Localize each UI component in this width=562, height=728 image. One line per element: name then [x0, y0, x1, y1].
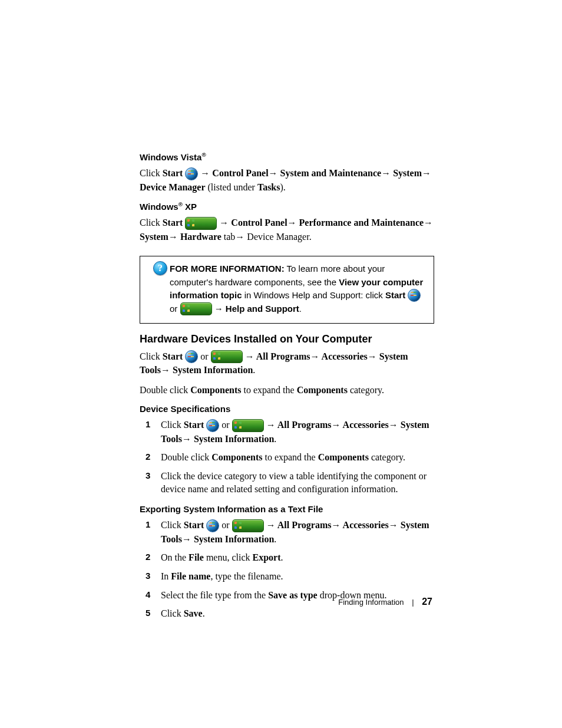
xp-instructions: Click Start → Control Panel→ Performance…: [140, 216, 434, 243]
start-orb-vista-icon: [206, 519, 219, 532]
text: category.: [348, 385, 384, 395]
text: .: [253, 365, 255, 375]
step-number: 1: [146, 419, 150, 430]
export-label: Export: [253, 552, 281, 562]
text: Click the device category to view a tabl…: [161, 471, 427, 494]
registered-mark: ®: [201, 151, 206, 158]
text: to expand the: [241, 385, 296, 395]
page-footer: Finding Information | 27: [0, 595, 432, 608]
text: (listed under: [206, 182, 257, 192]
text: tab→ Device Manager.: [222, 232, 312, 242]
text: ).: [280, 182, 286, 192]
heading-windows-xp: Windows® XP: [140, 200, 434, 213]
start-button-xp-icon: [232, 419, 264, 432]
heading-text: Windows Vista: [140, 152, 201, 162]
text: Click: [140, 351, 163, 361]
start-orb-vista-icon: [185, 350, 198, 363]
hardware-double-click: Double click Components to expand the Co…: [140, 384, 434, 397]
question-mark-icon: ?: [153, 261, 167, 275]
text: .: [281, 552, 283, 562]
footer-separator: |: [412, 598, 414, 607]
text: category.: [369, 452, 405, 462]
start-orb-vista-icon: [185, 167, 198, 180]
list-item: 3 Click the device category to view a ta…: [140, 470, 434, 495]
step-number: 3: [146, 470, 150, 482]
save-label: Save: [184, 608, 203, 618]
step-number: 3: [146, 570, 150, 582]
start-button-xp-icon: [180, 302, 212, 315]
tasks-label: Tasks: [257, 182, 280, 192]
start-label: Start: [184, 520, 204, 530]
text: Click: [161, 608, 184, 618]
heading-exporting: Exporting System Information as a Text F…: [140, 503, 434, 515]
components-label: Components: [190, 385, 241, 395]
help-support-label: Help and Support: [226, 304, 299, 314]
text: Click: [161, 520, 184, 530]
text: or: [219, 420, 232, 430]
text: .: [274, 534, 276, 544]
start-button-xp-icon: [232, 519, 264, 532]
step-number: 2: [146, 451, 150, 463]
text: .: [274, 434, 276, 444]
list-item: 1 Click Start or → All Programs→ Accesso…: [140, 519, 434, 545]
start-label: Start: [184, 420, 204, 430]
text: Double click: [161, 452, 211, 462]
list-item: 2 Double click Components to expand the …: [140, 451, 434, 464]
components-label: Components: [297, 385, 348, 395]
list-item: 5 Click Save.: [140, 607, 434, 620]
start-label: Start: [385, 290, 405, 300]
info-label: FOR MORE INFORMATION:: [170, 263, 285, 274]
page-content: Windows Vista® Click Start → Control Pan…: [140, 151, 434, 628]
text: menu, click: [204, 552, 253, 562]
start-orb-vista-icon: [206, 419, 219, 432]
heading-device-specifications: Device Specifications: [140, 403, 434, 415]
arrow: →: [212, 304, 226, 314]
step-number: 2: [146, 551, 150, 563]
text: On the: [161, 552, 189, 562]
start-button-xp-icon: [211, 350, 243, 363]
text: Click: [140, 168, 163, 178]
components-label: Components: [211, 452, 262, 462]
hardware-label: Hardware: [180, 232, 222, 242]
text: Double click: [140, 385, 190, 395]
text: , type the filename.: [210, 571, 283, 581]
heading-hardware-devices: Hardware Devices Installed on Your Compu…: [140, 332, 434, 346]
vista-instructions: Click Start → Control Panel→ System and …: [140, 167, 434, 193]
text: .: [299, 304, 302, 314]
heading-windows-vista: Windows Vista®: [140, 151, 434, 163]
text: in Windows Help and Support: click: [242, 290, 385, 300]
footer-section-title: Finding Information: [338, 598, 404, 607]
step-number: 1: [146, 519, 150, 531]
text: or: [219, 520, 232, 530]
heading-text: Windows: [140, 202, 178, 212]
heading-text: XP: [183, 202, 197, 212]
text: .: [203, 608, 205, 618]
start-button-xp-icon: [185, 217, 217, 230]
text: Click: [140, 218, 163, 228]
start-label: Start: [163, 168, 183, 178]
document-page: Windows Vista® Click Start → Control Pan…: [0, 0, 562, 728]
hardware-click-start: Click Start or → All Programs→ Accessori…: [140, 350, 434, 377]
file-label: File: [189, 552, 204, 562]
text: or: [198, 351, 210, 361]
start-label: Start: [163, 351, 183, 361]
for-more-information-box: ? FOR MORE INFORMATION: To learn more ab…: [140, 256, 434, 324]
text: to expand the: [262, 452, 318, 462]
text: In: [161, 571, 171, 581]
step-number: 5: [146, 607, 150, 619]
list-item: 2 On the File menu, click Export.: [140, 551, 434, 564]
registered-mark: ®: [178, 201, 183, 207]
text: Click: [161, 420, 184, 430]
start-label: Start: [163, 218, 183, 228]
page-number: 27: [422, 597, 432, 607]
text: or: [170, 304, 180, 314]
list-item: 1 Click Start or → All Programs→ Accesso…: [140, 419, 434, 445]
filename-label: File name: [171, 571, 210, 581]
start-orb-vista-icon: [408, 289, 421, 302]
components-label: Components: [318, 452, 369, 462]
device-spec-steps: 1 Click Start or → All Programs→ Accesso…: [140, 419, 434, 495]
list-item: 3 In File name, type the filename.: [140, 570, 434, 583]
